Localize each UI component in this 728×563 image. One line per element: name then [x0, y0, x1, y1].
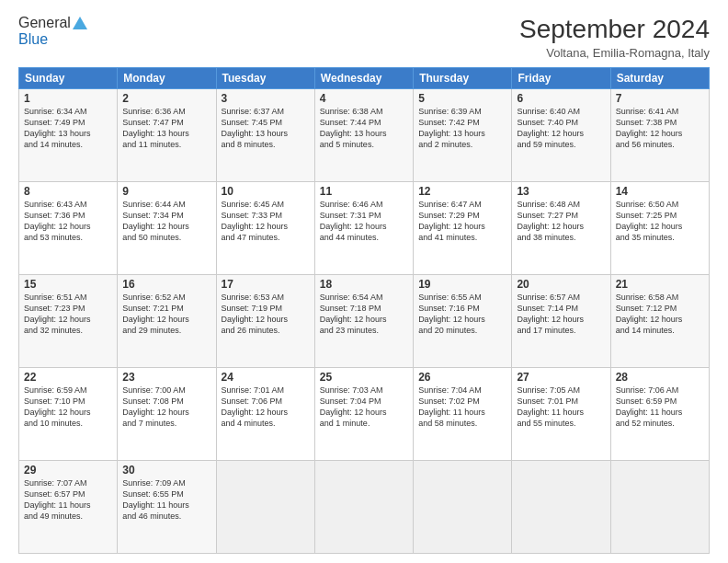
day-info: Sunrise: 6:43 AM Sunset: 7:36 PM Dayligh… — [24, 199, 112, 244]
day-number: 15 — [24, 278, 112, 291]
table-row: 12Sunrise: 6:47 AM Sunset: 7:29 PM Dayli… — [414, 182, 512, 275]
table-row: 21Sunrise: 6:58 AM Sunset: 7:12 PM Dayli… — [610, 275, 709, 368]
header: General Blue September 2024 Voltana, Emi… — [18, 15, 710, 60]
day-info: Sunrise: 6:55 AM Sunset: 7:16 PM Dayligh… — [418, 292, 506, 337]
col-friday: Friday — [512, 68, 610, 89]
col-tuesday: Tuesday — [216, 68, 314, 89]
table-row: 9Sunrise: 6:44 AM Sunset: 7:34 PM Daylig… — [118, 182, 216, 275]
table-row: 4Sunrise: 6:38 AM Sunset: 7:44 PM Daylig… — [314, 89, 413, 182]
calendar-header-row: Sunday Monday Tuesday Wednesday Thursday… — [19, 68, 710, 89]
day-info: Sunrise: 6:52 AM Sunset: 7:21 PM Dayligh… — [122, 292, 210, 337]
day-number: 19 — [418, 278, 506, 291]
table-row: 28Sunrise: 7:06 AM Sunset: 6:59 PM Dayli… — [610, 368, 709, 461]
day-info: Sunrise: 6:48 AM Sunset: 7:27 PM Dayligh… — [517, 199, 605, 244]
day-number: 18 — [320, 278, 408, 291]
table-row: 7Sunrise: 6:41 AM Sunset: 7:38 PM Daylig… — [610, 89, 709, 182]
table-row: 13Sunrise: 6:48 AM Sunset: 7:27 PM Dayli… — [512, 182, 610, 275]
day-info: Sunrise: 6:54 AM Sunset: 7:18 PM Dayligh… — [320, 292, 408, 337]
col-sunday: Sunday — [19, 68, 118, 89]
day-info: Sunrise: 7:06 AM Sunset: 6:59 PM Dayligh… — [616, 385, 704, 430]
table-row: 3Sunrise: 6:37 AM Sunset: 7:45 PM Daylig… — [216, 89, 314, 182]
table-row: 20Sunrise: 6:57 AM Sunset: 7:14 PM Dayli… — [512, 275, 610, 368]
table-row: 27Sunrise: 7:05 AM Sunset: 7:01 PM Dayli… — [512, 368, 610, 461]
table-row — [216, 461, 314, 554]
day-number: 11 — [320, 185, 408, 198]
calendar-week-row: 29Sunrise: 7:07 AM Sunset: 6:57 PM Dayli… — [19, 461, 710, 554]
col-wednesday: Wednesday — [314, 68, 413, 89]
table-row — [414, 461, 512, 554]
day-number: 17 — [222, 278, 310, 291]
table-row: 25Sunrise: 7:03 AM Sunset: 7:04 PM Dayli… — [314, 368, 413, 461]
table-row: 2Sunrise: 6:36 AM Sunset: 7:47 PM Daylig… — [118, 89, 216, 182]
day-info: Sunrise: 7:05 AM Sunset: 7:01 PM Dayligh… — [517, 385, 605, 430]
table-row — [314, 461, 413, 554]
table-row: 15Sunrise: 6:51 AM Sunset: 7:23 PM Dayli… — [19, 275, 118, 368]
day-info: Sunrise: 7:01 AM Sunset: 7:06 PM Dayligh… — [222, 385, 310, 430]
calendar-week-row: 8Sunrise: 6:43 AM Sunset: 7:36 PM Daylig… — [19, 182, 710, 275]
calendar: Sunday Monday Tuesday Wednesday Thursday… — [18, 67, 710, 554]
day-number: 12 — [418, 185, 506, 198]
table-row: 18Sunrise: 6:54 AM Sunset: 7:18 PM Dayli… — [314, 275, 413, 368]
table-row: 17Sunrise: 6:53 AM Sunset: 7:19 PM Dayli… — [216, 275, 314, 368]
table-row: 11Sunrise: 6:46 AM Sunset: 7:31 PM Dayli… — [314, 182, 413, 275]
day-number: 7 — [616, 92, 704, 105]
day-info: Sunrise: 7:07 AM Sunset: 6:57 PM Dayligh… — [24, 477, 112, 523]
day-info: Sunrise: 6:46 AM Sunset: 7:31 PM Dayligh… — [320, 199, 408, 244]
table-row — [610, 461, 709, 554]
day-number: 21 — [616, 278, 704, 291]
day-number: 9 — [122, 185, 210, 198]
subtitle: Voltana, Emilia-Romagna, Italy — [519, 46, 710, 60]
day-info: Sunrise: 6:50 AM Sunset: 7:25 PM Dayligh… — [616, 199, 704, 244]
table-row: 5Sunrise: 6:39 AM Sunset: 7:42 PM Daylig… — [414, 89, 512, 182]
table-row: 10Sunrise: 6:45 AM Sunset: 7:33 PM Dayli… — [216, 182, 314, 275]
day-info: Sunrise: 7:03 AM Sunset: 7:04 PM Dayligh… — [320, 385, 408, 430]
table-row: 6Sunrise: 6:40 AM Sunset: 7:40 PM Daylig… — [512, 89, 610, 182]
day-number: 5 — [418, 92, 506, 105]
table-row: 1Sunrise: 6:34 AM Sunset: 7:49 PM Daylig… — [19, 89, 118, 182]
day-info: Sunrise: 6:57 AM Sunset: 7:14 PM Dayligh… — [517, 292, 605, 337]
table-row: 14Sunrise: 6:50 AM Sunset: 7:25 PM Dayli… — [610, 182, 709, 275]
day-number: 2 — [122, 92, 210, 105]
logo-blue-text: Blue — [18, 31, 48, 48]
table-row: 22Sunrise: 6:59 AM Sunset: 7:10 PM Dayli… — [19, 368, 118, 461]
table-row: 23Sunrise: 7:00 AM Sunset: 7:08 PM Dayli… — [118, 368, 216, 461]
day-number: 6 — [517, 92, 605, 105]
day-info: Sunrise: 6:51 AM Sunset: 7:23 PM Dayligh… — [24, 292, 112, 337]
day-number: 4 — [320, 92, 408, 105]
day-number: 1 — [24, 92, 112, 105]
table-row: 8Sunrise: 6:43 AM Sunset: 7:36 PM Daylig… — [19, 182, 118, 275]
table-row — [512, 461, 610, 554]
table-row: 19Sunrise: 6:55 AM Sunset: 7:16 PM Dayli… — [414, 275, 512, 368]
day-info: Sunrise: 7:04 AM Sunset: 7:02 PM Dayligh… — [418, 385, 506, 430]
day-number: 29 — [24, 464, 112, 477]
logo-triangle-icon — [73, 17, 87, 29]
day-number: 20 — [517, 278, 605, 291]
calendar-week-row: 15Sunrise: 6:51 AM Sunset: 7:23 PM Dayli… — [19, 275, 710, 368]
day-number: 24 — [222, 371, 310, 384]
day-number: 14 — [616, 185, 704, 198]
day-info: Sunrise: 7:09 AM Sunset: 6:55 PM Dayligh… — [122, 477, 210, 523]
day-info: Sunrise: 6:34 AM Sunset: 7:49 PM Dayligh… — [24, 106, 112, 151]
day-number: 23 — [122, 371, 210, 384]
day-number: 30 — [122, 464, 210, 477]
calendar-week-row: 1Sunrise: 6:34 AM Sunset: 7:49 PM Daylig… — [19, 89, 710, 182]
day-number: 10 — [222, 185, 310, 198]
title-block: September 2024 Voltana, Emilia-Romagna, … — [519, 15, 710, 60]
col-thursday: Thursday — [414, 68, 512, 89]
day-info: Sunrise: 6:47 AM Sunset: 7:29 PM Dayligh… — [418, 199, 506, 244]
day-info: Sunrise: 6:38 AM Sunset: 7:44 PM Dayligh… — [320, 106, 408, 151]
day-info: Sunrise: 6:41 AM Sunset: 7:38 PM Dayligh… — [616, 106, 704, 151]
calendar-week-row: 22Sunrise: 6:59 AM Sunset: 7:10 PM Dayli… — [19, 368, 710, 461]
day-number: 28 — [616, 371, 704, 384]
day-number: 22 — [24, 371, 112, 384]
day-info: Sunrise: 6:59 AM Sunset: 7:10 PM Dayligh… — [24, 385, 112, 430]
day-info: Sunrise: 6:58 AM Sunset: 7:12 PM Dayligh… — [616, 292, 704, 337]
day-info: Sunrise: 6:44 AM Sunset: 7:34 PM Dayligh… — [122, 199, 210, 244]
day-number: 16 — [122, 278, 210, 291]
day-number: 8 — [24, 185, 112, 198]
table-row: 16Sunrise: 6:52 AM Sunset: 7:21 PM Dayli… — [118, 275, 216, 368]
col-monday: Monday — [118, 68, 216, 89]
table-row: 29Sunrise: 7:07 AM Sunset: 6:57 PM Dayli… — [19, 461, 118, 554]
table-row: 24Sunrise: 7:01 AM Sunset: 7:06 PM Dayli… — [216, 368, 314, 461]
day-info: Sunrise: 6:40 AM Sunset: 7:40 PM Dayligh… — [517, 106, 605, 151]
